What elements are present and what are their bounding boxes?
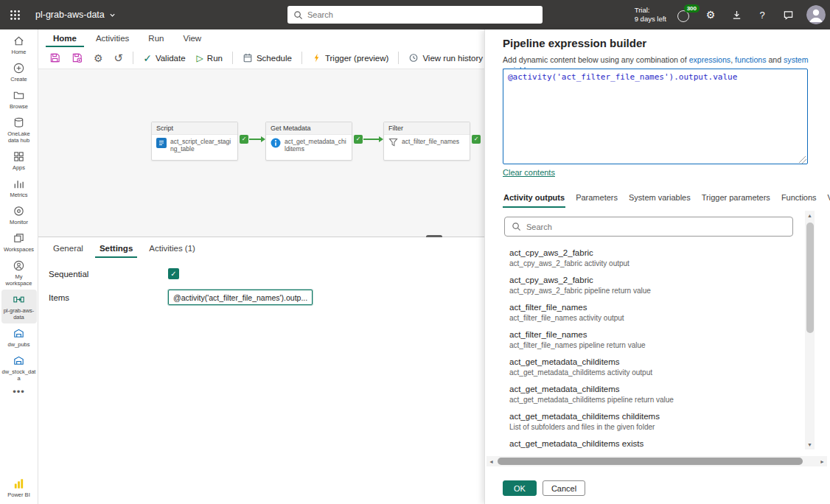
list-item[interactable]: act_get_metadata_childitems act_get_meta… xyxy=(509,384,789,405)
app-launcher-button[interactable] xyxy=(0,0,29,29)
tab-activities-count[interactable]: Activities (1) xyxy=(144,242,200,258)
workspace-name: pl-grab-aws-data xyxy=(35,10,105,20)
list-item[interactable]: act_get_metadata_childitems exists xyxy=(509,438,789,449)
activity-name: act_get_metadata_childitems xyxy=(285,138,346,153)
sidebar-item-my-workspace[interactable]: My workspace xyxy=(1,256,37,290)
items-label: Items xyxy=(49,293,168,302)
top-bar: pl-grab-aws-data Trial: 9 days left 300 … xyxy=(0,0,830,29)
settings-button[interactable]: ⚙ xyxy=(703,7,718,22)
pipeline-settings-button[interactable]: ⚙ xyxy=(88,50,108,66)
feedback-button[interactable] xyxy=(781,7,795,22)
save-as-button[interactable] xyxy=(66,49,88,66)
horizontal-scroll-thumb[interactable] xyxy=(498,458,803,465)
list-item[interactable]: act_filter_file_names act_filter_file_na… xyxy=(509,302,789,323)
sidebar-item-metrics[interactable]: Metrics xyxy=(1,174,37,201)
trial-status: Trial: 9 days left xyxy=(635,6,666,24)
horizontal-scrollbar[interactable]: ◄ ► xyxy=(487,456,827,466)
sidebar-item-pl-grab-aws-data[interactable]: pl-grab-aws-data xyxy=(1,290,37,323)
schedule-button[interactable]: Schedule xyxy=(237,49,297,66)
vertical-scroll-thumb[interactable] xyxy=(806,223,814,333)
search-icon xyxy=(512,222,521,231)
help-button[interactable]: ? xyxy=(755,7,770,22)
global-search-input[interactable] xyxy=(307,10,537,19)
view-run-history-button[interactable]: View run history xyxy=(403,49,488,66)
activity-card-script[interactable]: Script act_script_clear_staging_table xyxy=(151,122,238,161)
resize-grip-icon[interactable] xyxy=(799,156,806,164)
history-label: View run history xyxy=(422,54,483,63)
sidebar-item-onelake-data-hub[interactable]: OneLake data hub xyxy=(1,113,37,147)
sidebar-item-label: Browse xyxy=(2,103,36,110)
tab-run[interactable]: Run xyxy=(141,32,171,47)
download-button[interactable] xyxy=(729,7,744,22)
sidebar-item-browse[interactable]: Browse xyxy=(1,85,37,113)
expression-tab-bar: Activity outputs Parameters System varia… xyxy=(503,192,830,208)
credits-indicator[interactable]: 300 xyxy=(677,7,692,22)
list-item[interactable]: act_filter_file_names act_filter_file_na… xyxy=(509,329,789,350)
list-item[interactable]: act_cpy_aws_2_fabric act_cpy_aws_2_fabri… xyxy=(509,275,789,295)
activity-type-label: Get Metadata xyxy=(266,122,352,135)
tab-settings[interactable]: Settings xyxy=(95,242,137,258)
activity-type-label: Script xyxy=(152,122,237,135)
cancel-button[interactable]: Cancel xyxy=(543,480,585,496)
ok-button[interactable]: OK xyxy=(503,480,537,496)
scroll-left-arrow[interactable]: ◄ xyxy=(487,459,496,464)
user-avatar[interactable] xyxy=(806,5,826,24)
scroll-right-arrow[interactable]: ► xyxy=(817,459,827,464)
clear-contents-link[interactable]: Clear contents xyxy=(503,168,555,177)
activity-card-filter[interactable]: Filter act_filter_file_names xyxy=(383,122,470,161)
sidebar-item-label: pl-grab-aws-data xyxy=(2,307,36,321)
save-button[interactable] xyxy=(44,49,66,66)
fabric-pipeline-editor: pl-grab-aws-data Trial: 9 days left 300 … xyxy=(0,0,830,504)
toolbar-divider xyxy=(398,52,399,64)
activity-card-get-metadata[interactable]: Get Metadata act_get_metadata_childitems xyxy=(265,122,352,161)
tab-general[interactable]: General xyxy=(49,242,88,258)
tab-home[interactable]: Home xyxy=(46,32,84,47)
waffle-icon xyxy=(10,10,21,21)
calendar-icon xyxy=(243,52,253,63)
items-expression-input[interactable] xyxy=(168,290,313,305)
tab-trigger-parameters[interactable]: Trigger parameters xyxy=(701,192,771,208)
tab-activity-outputs[interactable]: Activity outputs xyxy=(503,192,565,208)
more-items-button[interactable]: ••• xyxy=(13,385,25,400)
help-icon: ? xyxy=(759,10,764,21)
sidebar-item-create[interactable]: Create xyxy=(1,58,37,85)
list-item[interactable]: act_get_metadata_childitems childitems L… xyxy=(509,411,789,432)
undo-button[interactable]: ↺ xyxy=(109,49,129,66)
vertical-scrollbar[interactable]: ▲ ▼ xyxy=(805,211,815,449)
tab-parameters[interactable]: Parameters xyxy=(575,192,618,208)
tab-functions[interactable]: Functions xyxy=(781,192,817,208)
sidebar-item-label: OneLake data hub xyxy=(2,130,36,144)
expressions-link[interactable]: expressions xyxy=(689,55,731,64)
sidebar-item-dw-pubs[interactable]: dw_pubs xyxy=(1,323,37,351)
trigger-preview-button[interactable]: Trigger (preview) xyxy=(307,49,394,66)
sidebar-item-apps[interactable]: Apps xyxy=(1,147,37,174)
feedback-icon xyxy=(783,10,794,21)
workspace-switcher[interactable]: pl-grab-aws-data xyxy=(29,10,122,20)
tab-view[interactable]: View xyxy=(175,32,209,47)
sidebar-item-home[interactable]: Home xyxy=(1,31,37,58)
tab-system-variables[interactable]: System variables xyxy=(628,192,691,208)
sequential-checkbox[interactable]: ✓ xyxy=(168,268,179,279)
scroll-down-arrow[interactable]: ▼ xyxy=(805,440,815,449)
expression-editor[interactable]: @activity('act_filter_file_names').outpu… xyxy=(503,69,808,164)
tab-variables-clipped[interactable]: V xyxy=(827,192,830,208)
validate-button[interactable]: ✓ Validate xyxy=(138,50,190,66)
sidebar-item-label: Create xyxy=(2,76,36,83)
sidebar-item-workspaces[interactable]: Workspaces xyxy=(1,228,37,256)
outputs-search-box[interactable] xyxy=(504,217,793,237)
outputs-search-input[interactable] xyxy=(526,223,786,231)
list-item[interactable]: act_get_metadata_childitems act_get_meta… xyxy=(509,357,789,377)
sidebar-item-monitor[interactable]: Monitor xyxy=(1,201,37,228)
scroll-up-arrow[interactable]: ▲ xyxy=(805,211,815,220)
global-search-box[interactable] xyxy=(287,6,543,24)
run-button[interactable]: ▷ Run xyxy=(192,51,228,66)
run-label: Run xyxy=(207,54,223,63)
script-icon xyxy=(156,138,167,148)
tab-activities[interactable]: Activities xyxy=(88,32,136,47)
trial-days-left: 9 days left xyxy=(635,15,666,24)
connector-line xyxy=(363,139,379,140)
list-item[interactable]: act_cpy_aws_2_fabric act_cpy_aws_2_fabri… xyxy=(509,248,789,268)
sidebar-item-dw-stock-data[interactable]: dw_stock_data xyxy=(1,351,37,385)
functions-link[interactable]: functions xyxy=(735,55,766,64)
sidebar-item-power-bi[interactable]: Power BI xyxy=(1,474,37,501)
